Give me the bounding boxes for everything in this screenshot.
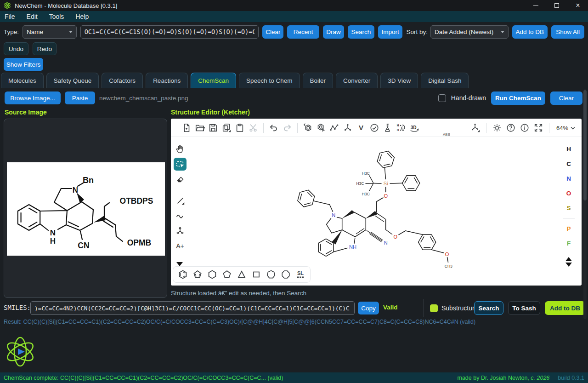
template-cyclopentane[interactable] [221,269,232,280]
save-icon[interactable] [208,122,219,133]
result-text: Result: CC(C)(C)[Si](C1=CC=CC=C1)(C2=CC=… [4,319,475,325]
clear-button[interactable]: Clear [262,25,283,39]
draw-button[interactable]: Draw [323,25,344,39]
menu-help[interactable]: Help [75,13,89,20]
minimize-button[interactable] [532,2,539,9]
to-sash-button[interactable]: To Sash [508,301,540,315]
smiles-search-button[interactable]: Search [474,301,503,315]
template-bar: SL [173,266,311,283]
template-cyclohexane[interactable] [207,269,218,280]
dearomatize-icon[interactable] [316,122,327,133]
undo-icon[interactable] [268,122,279,133]
clean-up-icon[interactable] [342,122,353,133]
zoom-control[interactable]: 64% [556,125,575,131]
paste-icon[interactable] [234,122,245,133]
tab-digital-sash[interactable]: Digital Sash [421,73,469,88]
settings-gear-icon[interactable] [492,122,503,133]
chain-tool[interactable] [174,209,187,222]
fullscreen-icon[interactable] [533,122,544,133]
browse-image-button[interactable]: Browse Image... [5,91,61,104]
smiles-input[interactable] [30,301,355,315]
source-label-bn: Bn [83,176,94,185]
tools-expand-arrow[interactable] [176,262,183,266]
tab-speech-to-chem[interactable]: Speech to Chem [239,73,300,88]
filters-row: Show Filters [0,57,588,71]
toolbar-separator [297,123,298,133]
chemscan-clear-button[interactable]: Clear [550,91,582,105]
tab-safety-queue[interactable]: Safety Queue [46,73,99,88]
hand-tool[interactable] [174,143,187,155]
toolbar-separator [263,123,264,133]
chevron-down-icon [571,126,575,130]
cut-icon[interactable] [248,122,259,133]
canvas-label-ch3: CH3 [445,264,452,268]
recent-button[interactable]: Recent [287,25,319,39]
bond-tool[interactable] [174,194,187,207]
template-benzene[interactable] [177,269,188,280]
substructure-checkbox[interactable] [430,304,438,312]
template-cycloheptane[interactable] [266,269,277,280]
editor-status-text: Structure loaded â€” edit as needed, the… [171,290,306,297]
template-cyclopentadiene[interactable] [192,269,203,280]
help-icon[interactable] [505,122,516,133]
sort-select[interactable]: Date Added (Newest) [430,25,508,39]
tab-boiler[interactable]: Boiler [303,73,334,88]
scrollbar-thumb[interactable] [583,90,587,200]
close-button[interactable]: × [574,2,582,9]
template-cyclooctane[interactable] [280,269,291,280]
rgroup-fragment-tool[interactable] [174,224,187,237]
query-input[interactable] [80,25,259,39]
add-to-db-button[interactable]: Add to DB [512,25,548,39]
redo-icon[interactable] [282,122,293,133]
vertical-scrollbar[interactable] [583,89,587,319]
layout-icon[interactable] [329,122,340,133]
template-cyclobutane[interactable] [251,269,262,280]
ketcher-editor: V HH 3D 64% ABS [171,119,582,286]
3d-viewer-icon[interactable]: 3D [409,122,420,133]
ketcher-left-tools: A+ [174,143,187,252]
erase-tool[interactable] [174,173,187,186]
new-document-icon[interactable] [181,122,192,133]
undo-button[interactable]: Undo [4,42,28,55]
status-bar: ChemScan complete: CC(C)(C)[Si](C1=CC=CC… [0,372,588,383]
tab-molecules[interactable]: Molecules [1,73,44,88]
expand-structure-icon[interactable] [470,122,481,133]
show-filters-button[interactable]: Show Filters [4,58,43,71]
calculated-values-icon[interactable] [382,122,393,133]
canvas-label-h3c-2: H3C [356,181,364,186]
maximize-button[interactable] [553,2,560,9]
open-icon[interactable] [194,122,205,133]
search-button[interactable]: Search [348,25,374,39]
ketcher-canvas[interactable]: Si O O O N NH N H3C H3C H3C CH3 [187,137,568,268]
select-rectangle-tool[interactable] [174,158,187,171]
tab-reactions[interactable]: Reactions [146,73,188,88]
abs-stereo-flag: ABS [443,132,450,137]
explicit-hydrogens-icon[interactable]: HH [396,122,407,133]
show-all-button[interactable]: Show All [551,25,584,39]
hand-drawn-checkbox[interactable] [438,94,446,102]
menu-file[interactable]: File [5,13,15,20]
check-structure-icon[interactable] [369,122,380,133]
menu-tools[interactable]: Tools [49,13,64,20]
type-select[interactable]: Name [23,25,77,39]
paste-button[interactable]: Paste [65,91,95,104]
run-chemscan-button[interactable]: Run ChemScan [491,91,545,105]
stereo-icon[interactable]: V [356,122,367,133]
aromatize-icon[interactable] [302,122,313,133]
tab-chemscan[interactable]: ChemScan [191,73,236,88]
tab-3d-view[interactable]: 3D View [380,73,418,88]
menu-edit[interactable]: Edit [27,13,38,20]
template-cyclopropane[interactable] [236,269,247,280]
copy-icon[interactable] [221,122,232,133]
import-button[interactable]: Import [378,25,403,39]
charge-tool[interactable]: A+ [174,240,187,252]
canvas-label-n: N [332,212,335,218]
about-icon[interactable] [519,122,530,133]
redo-button[interactable]: Redo [33,42,57,55]
smiles-add-to-db-button[interactable]: Add to DB [545,301,585,315]
tab-cofactors[interactable]: Cofactors [102,73,143,88]
copy-smiles-button[interactable]: Copy [358,302,379,314]
app-window: NewChem - Molecule Database [0.3.1] × Fi… [0,0,588,383]
tab-converter[interactable]: Converter [336,73,378,88]
structure-library-button[interactable]: SL [295,269,306,280]
